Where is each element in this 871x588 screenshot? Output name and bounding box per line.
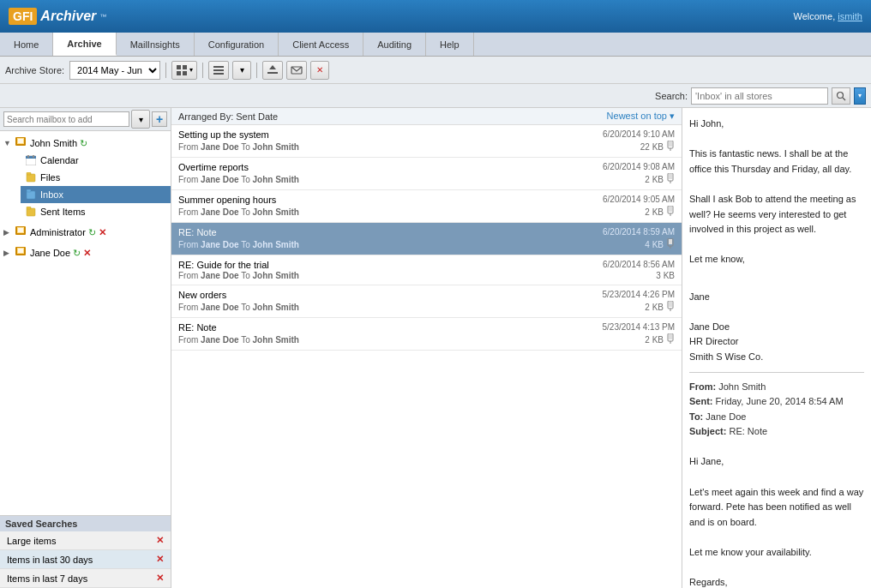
meta-3: To: Jane Doe (689, 410, 864, 425)
sidebar: ▾ + ▼ John Smith ↻ Calendar (0, 108, 171, 588)
saved-search-30days[interactable]: Items in last 30 days ✕ (0, 550, 171, 569)
remove-saved-search-1[interactable]: ✕ (156, 535, 164, 546)
tree-user-janedoe[interactable]: ▶ Jane Doe ↻ ✕ (0, 244, 171, 261)
username-admin: Administrator (30, 227, 86, 237)
email-size-3: 4 KB (645, 240, 664, 249)
app-header: GFI Archiver ™ Welcome, ismith (0, 0, 871, 33)
email-size-6: 2 KB (645, 335, 664, 345)
sort-order[interactable]: Newest on top ▾ (607, 111, 675, 122)
tree-item-calendar[interactable]: Calendar (21, 152, 171, 169)
calendar-icon (24, 153, 38, 167)
archive-store-select[interactable]: 2014 May - Jun (69, 61, 160, 80)
sign-1: Jane (689, 290, 864, 305)
divider-1 (689, 372, 864, 373)
remove-icon-janedoe[interactable]: ✕ (83, 248, 91, 259)
nav-item-auditing[interactable]: Auditing (363, 33, 426, 56)
mailbox-add-btn[interactable]: + (152, 111, 167, 127)
refresh-icon-johnsmith[interactable]: ↻ (80, 138, 87, 149)
search-input[interactable] (691, 87, 828, 105)
user-icon-janedoe (14, 246, 27, 260)
saved-search-label-2: Items in last 30 days (7, 555, 93, 565)
header-welcome: Welcome, ismith (794, 11, 863, 21)
tree-item-files[interactable]: Files (21, 169, 171, 186)
email-size-area-3: 4 KB (645, 238, 675, 250)
svg-rect-17 (27, 155, 29, 158)
view-toggle-btn[interactable]: ▾ (232, 61, 251, 80)
email-item-0[interactable]: Setting up the system6/20/2014 9:10 AMFr… (171, 125, 682, 158)
logo-gfi: GFI (9, 8, 37, 25)
svg-rect-16 (26, 156, 36, 159)
email-size-2: 2 KB (645, 207, 664, 217)
email-size-0: 22 KB (640, 142, 664, 152)
nav-item-client-access[interactable]: Client Access (279, 33, 363, 56)
refresh-icon-janedoe[interactable]: ↻ (73, 248, 81, 259)
email-size-area-2: 2 KB (645, 206, 675, 218)
mailbox-dropdown-btn[interactable]: ▾ (131, 110, 150, 129)
nav-item-configuration[interactable]: Configuration (195, 33, 279, 56)
email-btn[interactable] (286, 61, 307, 80)
email-size-1: 2 KB (645, 175, 664, 184)
nav-item-mailinsights[interactable]: MailInsights (117, 33, 195, 56)
delete-btn[interactable]: ✕ (310, 61, 329, 80)
logo-archiver: Archiver (40, 9, 96, 24)
attach-icon-3 (666, 238, 675, 250)
svg-rect-41 (669, 239, 672, 244)
email-item-6[interactable]: RE: Note5/23/2014 4:13 PMFrom Jane Doe T… (171, 318, 682, 351)
svg-rect-1 (183, 65, 187, 69)
files-label: Files (40, 172, 60, 183)
search-dropdown-btn[interactable]: ▾ (854, 87, 866, 105)
svg-rect-38 (669, 207, 672, 212)
view-toggle-arrow: ▾ (240, 65, 244, 75)
view-btn-1[interactable]: ▾ (171, 61, 197, 80)
nav-item-home[interactable]: Home (0, 33, 53, 56)
meta-4: Subject: RE: Note (689, 424, 864, 440)
main-layout: ▾ + ▼ John Smith ↻ Calendar (0, 108, 871, 588)
sign-2: Jane Doe (689, 320, 864, 335)
export-btn[interactable] (262, 61, 283, 80)
sidebar-top: ▾ + (0, 108, 171, 131)
email-size-5: 2 KB (645, 303, 664, 312)
tree-user-johnsmith[interactable]: ▼ John Smith ↻ (0, 135, 171, 152)
list-view-btn[interactable] (208, 61, 229, 80)
attach-icon-5 (666, 301, 675, 313)
tree-item-inbox[interactable]: Inbox (21, 186, 171, 203)
email-item-2[interactable]: Summer opening hours6/20/2014 9:05 AMFro… (171, 190, 682, 223)
remove-saved-search-2[interactable]: ✕ (156, 554, 164, 565)
svg-rect-7 (267, 72, 278, 74)
para-2: Shall I ask Bob to attend the meeting as… (689, 192, 864, 237)
toolbar-sep-3 (256, 63, 257, 78)
refresh-icon-admin[interactable]: ↻ (88, 227, 96, 238)
sign-4: Smith S Wise Co. (689, 350, 864, 365)
nav-item-help[interactable]: Help (426, 33, 474, 56)
saved-search-7days[interactable]: Items in last 7 days ✕ (0, 569, 171, 588)
email-date-3: 6/20/2014 8:59 AM (603, 227, 675, 237)
tree-user-admin[interactable]: ▶ Administrator ↻ ✕ (0, 224, 171, 241)
email-size-4: 3 KB (656, 271, 675, 280)
tree-sub-johnsmith: Calendar Files Inbox (0, 152, 171, 220)
email-date-5: 5/23/2014 4:26 PM (602, 290, 675, 299)
saved-search-large-items[interactable]: Large items ✕ (0, 531, 171, 550)
saved-searches: Saved Searches Large items ✕ Items in la… (0, 515, 171, 588)
nav-item-archive[interactable]: Archive (53, 33, 116, 56)
email-item-1[interactable]: Overtime reports6/20/2014 9:08 AMFrom Ja… (171, 158, 682, 190)
tree-item-sent[interactable]: Sent Items (21, 203, 171, 220)
email-item-4[interactable]: RE: Guide for the trial6/20/2014 8:56 AM… (171, 255, 682, 285)
archive-store-label: Archive Store: (5, 65, 64, 75)
expand-icon-admin: ▶ (3, 228, 14, 237)
svg-rect-20 (27, 172, 31, 175)
remove-icon-admin[interactable]: ✕ (99, 227, 106, 238)
search-button[interactable] (832, 87, 850, 105)
meta-2: Sent: Friday, June 20, 2014 8:54 AM (689, 394, 864, 410)
email-list-header: Arranged By: Sent Date Newest on top ▾ (171, 108, 682, 125)
search-bar: Search: ▾ (0, 84, 871, 108)
files-icon (24, 171, 38, 184)
username-link[interactable]: ismith (838, 11, 862, 21)
email-content-pane[interactable]: Hi John, This is fantastic news. I shall… (682, 108, 871, 588)
mailbox-search-input[interactable] (3, 111, 129, 127)
email-size-area-4: 3 KB (656, 271, 675, 280)
svg-rect-2 (177, 71, 181, 75)
email-item-5[interactable]: New orders5/23/2014 4:26 PMFrom Jane Doe… (171, 285, 682, 318)
remove-saved-search-3[interactable]: ✕ (156, 573, 164, 584)
email-from-1: From Jane Doe To John Smith (178, 175, 299, 184)
email-item-3[interactable]: RE: Note6/20/2014 8:59 AMFrom Jane Doe T… (171, 223, 682, 255)
